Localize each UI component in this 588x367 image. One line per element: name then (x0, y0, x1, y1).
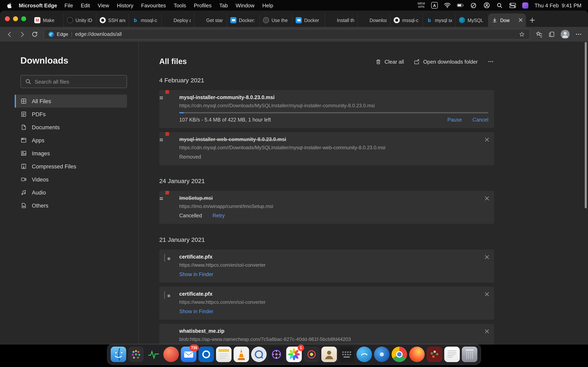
dock-icon-photo-booth[interactable] (304, 347, 319, 362)
refresh-button[interactable] (31, 31, 38, 38)
collections-button[interactable] (548, 31, 555, 38)
dock-icon-textedit[interactable] (444, 347, 460, 362)
dock-icon-media-reel[interactable] (269, 347, 284, 362)
dock-icon-chrome[interactable] (392, 347, 407, 362)
remove-item-button[interactable] (484, 291, 490, 297)
sidebar-item-compressed[interactable]: Compressed Files (15, 160, 127, 173)
sidebar-item-others[interactable]: Others (15, 199, 127, 212)
tab-gmail[interactable]: M Make (31, 13, 64, 27)
profile-avatar[interactable] (561, 30, 570, 39)
show-in-finder-link[interactable]: Show in Finder (179, 309, 213, 314)
show-in-finder-link[interactable]: Show in Finder (179, 272, 213, 277)
file-name[interactable]: whatisbest_me.zip (179, 328, 488, 334)
dock-icon-mail[interactable]: 735 (181, 347, 196, 362)
add-favorite-star-icon[interactable] (518, 31, 526, 38)
clear-all-button[interactable]: Clear all (375, 58, 404, 65)
menu-tools[interactable]: Tools (174, 2, 186, 8)
cancel-link[interactable]: Cancel (472, 117, 488, 123)
wifi-icon[interactable] (444, 2, 451, 9)
new-tab-button[interactable] (526, 13, 538, 27)
dock-icon-qbittorrent[interactable] (251, 347, 267, 362)
vertical-scrollbar[interactable] (585, 42, 587, 208)
menu-favourites[interactable]: Favourites (141, 2, 166, 8)
forward-button[interactable] (18, 31, 26, 38)
tab-close-icon[interactable] (519, 18, 523, 23)
tab-ms-deploy[interactable]: Deploy a (162, 13, 194, 27)
tab-bing-mysql[interactable]: b mysql se (423, 13, 456, 27)
menu-tab[interactable]: Tab (219, 2, 228, 8)
dock-icon-photos[interactable]: 1 (286, 347, 302, 362)
tab-ms-install[interactable]: Install th (325, 13, 358, 27)
battery-icon[interactable] (457, 2, 464, 9)
tab-docker-1[interactable]: Docker: (227, 13, 260, 27)
bing-icon: b (426, 17, 432, 23)
file-name[interactable]: certificate.pfx (179, 291, 488, 297)
retry-link[interactable]: Retry (213, 213, 225, 218)
remove-item-button[interactable] (484, 254, 490, 260)
do-not-disturb-icon[interactable] (470, 2, 477, 9)
sidebar-item-apps[interactable]: Apps (15, 134, 127, 147)
menu-history[interactable]: History (117, 2, 133, 8)
search-input[interactable] (35, 78, 122, 85)
window-minimize-button[interactable] (13, 16, 18, 21)
dock-icon-pixel-game[interactable] (427, 347, 442, 362)
dock-icon-blue-app-2[interactable] (374, 347, 389, 362)
dock-icon-contacts[interactable] (321, 347, 337, 362)
dock-icon-activity-monitor[interactable] (146, 347, 161, 362)
sidebar-item-all-files[interactable]: All Files (15, 95, 127, 108)
sidebar-item-images[interactable]: Images (15, 147, 127, 160)
browser-menu-button[interactable] (575, 31, 582, 38)
address-bar[interactable]: Edge edge://downloads/all (44, 29, 530, 40)
dock-icon-finder[interactable] (111, 347, 126, 362)
sidebar-item-documents[interactable]: Documents (15, 121, 127, 134)
window-zoom-button[interactable] (21, 16, 26, 21)
sidebar-item-videos[interactable]: Videos (15, 173, 127, 186)
tab-unity-id[interactable]: Unity ID (64, 13, 96, 27)
user-account-icon[interactable] (483, 2, 490, 9)
tab-github-ssh[interactable]: SSH and (96, 13, 129, 27)
dock-icon-red-app[interactable] (163, 347, 179, 362)
dock-icon-vlc[interactable] (233, 347, 249, 362)
apple-menu-icon[interactable] (7, 2, 13, 8)
menu-extra-app-icon[interactable] (522, 2, 528, 8)
dock-icon-keyboard-app[interactable] (339, 347, 355, 362)
dock-icon-outlook[interactable] (199, 347, 214, 362)
open-downloads-folder-button[interactable]: Open downloads folder (414, 58, 478, 65)
menu-help[interactable]: Help (262, 2, 273, 8)
tab-github-mssql[interactable]: mssql-c (390, 13, 423, 27)
tab-ms-getstarted[interactable]: Get star (194, 13, 227, 27)
menu-profiles[interactable]: Profiles (194, 2, 212, 8)
input-source-icon[interactable]: A (431, 2, 438, 8)
remove-item-button[interactable] (484, 136, 490, 143)
menu-bar-clock[interactable]: Thu 4 Feb 9:41 PM (535, 2, 581, 8)
dock-icon-blue-app[interactable] (356, 347, 372, 362)
favorites-bar-button[interactable] (535, 31, 543, 38)
menu-edit[interactable]: Edit (81, 2, 90, 8)
downloads-more-button[interactable] (488, 58, 494, 65)
dock-icon-notes[interactable] (216, 347, 232, 362)
dock-icon-trash[interactable] (462, 347, 477, 362)
dock-icon-firefox[interactable] (409, 347, 425, 362)
remove-item-button[interactable] (484, 328, 490, 334)
control-center-icon[interactable] (509, 2, 516, 9)
tab-use-the[interactable]: Use the (260, 13, 292, 27)
back-button[interactable] (6, 31, 13, 38)
memory-status[interactable]: MEM 44% (417, 2, 425, 9)
sidebar-item-pdfs[interactable]: PDFs (15, 108, 127, 121)
spotlight-search-icon[interactable] (496, 2, 503, 9)
pause-link[interactable]: Pause (447, 117, 462, 123)
menu-file[interactable]: File (65, 2, 73, 8)
dock-icon-launchpad[interactable] (128, 347, 144, 362)
remove-item-button[interactable] (484, 195, 490, 201)
search-box[interactable] (20, 75, 127, 88)
menu-view[interactable]: View (98, 2, 109, 8)
tab-mysql[interactable]: MySQL (456, 13, 488, 27)
file-name[interactable]: certificate.pfx (179, 254, 488, 260)
window-close-button[interactable] (5, 16, 10, 21)
menu-window[interactable]: Window (236, 2, 255, 8)
tab-ms-download[interactable]: Downloa (358, 13, 390, 27)
tab-downloads-active[interactable]: Dow (488, 13, 526, 27)
tab-docker-2[interactable]: Docker (292, 13, 325, 27)
sidebar-item-audio[interactable]: Audio (15, 186, 127, 199)
tab-bing-mssql[interactable]: b mssql-c (129, 13, 162, 27)
